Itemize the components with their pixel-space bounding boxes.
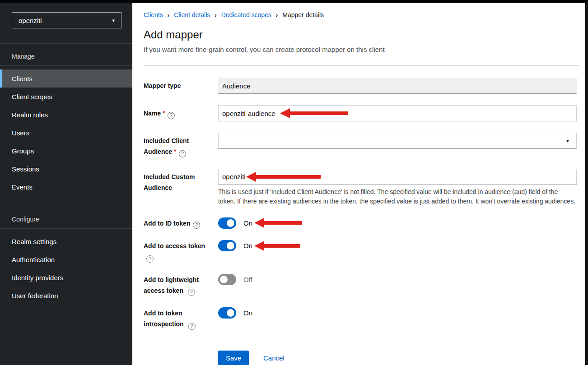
add-to-id-token-toggle[interactable] xyxy=(218,217,236,229)
add-to-token-introspection-state: On xyxy=(243,309,252,317)
arrow-shaft xyxy=(256,175,321,179)
toggle-knob xyxy=(220,276,228,283)
sidebar-item-label: Client scopes xyxy=(12,93,52,101)
help-icon[interactable]: ? xyxy=(168,112,175,119)
required-marker: * xyxy=(163,110,165,116)
nav-section-title-configure: Configure xyxy=(0,207,132,229)
name-input[interactable] xyxy=(218,105,577,121)
mapper-type-field: Audience xyxy=(218,78,577,94)
sidebar-item-clients[interactable]: Clients xyxy=(0,69,132,88)
sidebar-item-identity-providers[interactable]: Identity providers xyxy=(0,268,132,286)
annotation-arrow xyxy=(254,241,300,251)
add-to-token-introspection-toggle[interactable] xyxy=(218,307,236,319)
arrow-head xyxy=(254,218,264,228)
sidebar-item-label: Clients xyxy=(12,75,33,83)
included-custom-audience-label: Included Custom Audience xyxy=(144,169,218,193)
arrow-head xyxy=(280,108,290,118)
name-row: Name*? xyxy=(144,105,579,121)
included-client-audience-row: Included Client Audience*? ▾ xyxy=(144,133,579,157)
annotation-arrow xyxy=(254,218,302,228)
save-button[interactable]: Save xyxy=(218,351,249,365)
nav-section-title-manage: Manage xyxy=(0,44,132,66)
sidebar-item-label: Authentication xyxy=(12,256,55,263)
included-client-audience-label: Included Client Audience*? xyxy=(144,133,218,157)
sidebar-item-user-federation[interactable]: User federation xyxy=(0,286,132,305)
arrow-shaft xyxy=(290,111,348,115)
add-to-access-token-row: Add to access token ? On xyxy=(144,240,579,263)
sidebar-item-users[interactable]: Users xyxy=(0,124,132,142)
add-to-access-token-label: Add to access token ? xyxy=(144,240,218,263)
breadcrumb-separator-icon: › xyxy=(276,12,278,18)
sidebar-item-label: Sessions xyxy=(12,165,39,173)
arrow-head xyxy=(246,172,256,182)
help-icon[interactable]: ? xyxy=(146,255,154,263)
page-scrollbar[interactable] xyxy=(585,3,588,365)
realm-selector-dropdown[interactable]: openziti ▾ xyxy=(12,12,121,28)
arrow-shaft xyxy=(264,244,300,248)
toggle-knob xyxy=(227,242,234,249)
arrow-shaft xyxy=(264,221,302,225)
add-to-token-introspection-row: Add to token introspection ? On xyxy=(144,307,579,330)
sidebar-item-events[interactable]: Events xyxy=(0,178,132,196)
realm-selector-section: openziti ▾ xyxy=(0,3,132,44)
chevron-down-icon: ▾ xyxy=(566,138,569,144)
breadcrumb-separator-icon: › xyxy=(168,12,169,18)
help-icon[interactable]: ? xyxy=(188,323,196,330)
annotation-arrow xyxy=(246,172,321,182)
nav-list-manage: Clients Client scopes Realm roles Users … xyxy=(0,66,132,196)
add-to-id-token-state: On xyxy=(243,219,252,227)
toggle-knob xyxy=(227,219,234,227)
breadcrumb-link-client-details[interactable]: Client details xyxy=(174,11,210,18)
arrow-head xyxy=(254,241,264,251)
breadcrumb-link-dedicated-scopes[interactable]: Dedicated scopes xyxy=(221,11,271,18)
page-header: Clients › Client details › Dedicated sco… xyxy=(144,3,579,66)
nav-list-configure: Realm settings Authentication Identity p… xyxy=(0,229,132,305)
add-to-token-introspection-label: Add to token introspection ? xyxy=(144,307,218,330)
annotation-arrow xyxy=(280,108,348,118)
sidebar-item-sessions[interactable]: Sessions xyxy=(0,160,132,178)
mapper-type-label: Mapper type xyxy=(144,78,218,91)
breadcrumb-current: Mapper details xyxy=(282,11,324,18)
sidebar-item-label: Users xyxy=(12,129,29,137)
included-client-audience-select[interactable]: ▾ xyxy=(218,133,577,149)
sidebar-item-realm-roles[interactable]: Realm roles xyxy=(0,106,132,124)
add-to-lightweight-access-token-label: Add to lightweight access token ? xyxy=(144,274,218,296)
sidebar-item-groups[interactable]: Groups xyxy=(0,142,132,160)
sidebar-item-label: Groups xyxy=(12,147,34,155)
add-to-id-token-label: Add to ID token? xyxy=(144,217,218,229)
toggle-knob xyxy=(227,309,234,317)
add-to-lightweight-access-token-state: Off xyxy=(243,276,252,283)
sidebar: openziti ▾ Manage Clients Client scopes … xyxy=(0,3,132,365)
sidebar-item-client-scopes[interactable]: Client scopes xyxy=(0,88,132,106)
sidebar-item-label: Identity providers xyxy=(12,274,63,282)
cancel-button[interactable]: Cancel xyxy=(263,354,285,362)
realm-selector-value: openziti xyxy=(19,17,42,24)
sidebar-item-label: Realm settings xyxy=(12,238,56,245)
main-content: Clients › Client details › Dedicated sco… xyxy=(132,3,588,365)
add-to-id-token-row: Add to ID token? On xyxy=(144,217,579,229)
sidebar-item-label: Events xyxy=(12,183,33,191)
included-custom-audience-helper: This is used just if 'Included Client Au… xyxy=(218,187,577,206)
required-marker: * xyxy=(174,148,176,155)
help-icon[interactable]: ? xyxy=(188,289,195,296)
form-actions: Save Cancel xyxy=(144,351,579,365)
sidebar-item-label: User federation xyxy=(12,292,58,300)
chevron-down-icon: ▾ xyxy=(112,18,115,23)
add-to-access-token-state: On xyxy=(243,242,252,249)
included-custom-audience-row: Included Custom Audience This is used ju… xyxy=(144,169,579,206)
breadcrumb-separator-icon: › xyxy=(215,12,216,18)
sidebar-item-label: Realm roles xyxy=(12,111,48,119)
add-mapper-form: Mapper type Audience Name*? xyxy=(144,66,579,365)
page-title: Add mapper xyxy=(144,28,579,41)
help-icon[interactable]: ? xyxy=(193,222,200,229)
add-to-access-token-toggle[interactable] xyxy=(218,240,236,251)
add-to-lightweight-access-token-row: Add to lightweight access token ? Off xyxy=(144,274,579,296)
breadcrumb-link-clients[interactable]: Clients xyxy=(144,11,163,18)
name-label: Name*? xyxy=(144,105,218,119)
add-to-lightweight-access-token-toggle[interactable] xyxy=(218,274,236,285)
help-icon[interactable]: ? xyxy=(179,150,186,157)
app-window: openziti ▾ Manage Clients Client scopes … xyxy=(0,0,588,365)
sidebar-item-realm-settings[interactable]: Realm settings xyxy=(0,232,132,250)
sidebar-item-authentication[interactable]: Authentication xyxy=(0,250,132,268)
breadcrumb: Clients › Client details › Dedicated sco… xyxy=(144,11,579,18)
